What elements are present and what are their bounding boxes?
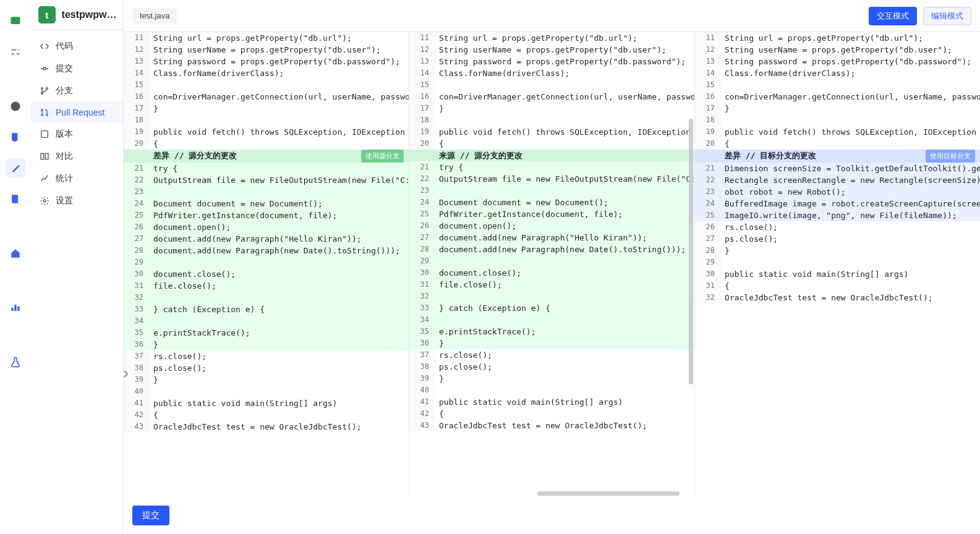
code-line: 15 (695, 79, 980, 91)
line-number: 33 (409, 302, 435, 314)
line-number: 43 (409, 420, 435, 431)
line-number: 28 (409, 244, 435, 255)
code-text (150, 79, 153, 91)
sidebar-toggle[interactable] (121, 365, 130, 383)
adjust-icon[interactable] (6, 42, 25, 62)
code-line: 33 } catch (Exception e) { (409, 302, 694, 314)
line-number: 41 (124, 397, 150, 409)
code-line: 32 (409, 290, 694, 302)
code-text: e.printStackTrace(); (150, 327, 250, 339)
chart-icon[interactable] (6, 298, 25, 318)
code-line: 27 document.add(new Paragraph("Hello Kir… (124, 233, 409, 245)
nav-pull-request[interactable]: Pull Request (31, 102, 123, 123)
code-text: file.close(); (435, 279, 502, 290)
code-line: 34 (124, 315, 409, 327)
svg-point-6 (41, 109, 43, 111)
code-text: String url = props.getProperty("db.url")… (150, 32, 352, 44)
flask-icon[interactable] (6, 352, 25, 372)
line-number: 15 (409, 79, 435, 91)
line-number: 24 (695, 198, 721, 210)
code-text (721, 256, 725, 268)
code-text: con=DriverManager.getConnection(url, use… (435, 91, 694, 103)
home-icon[interactable] (6, 244, 25, 263)
line-number: 15 (695, 79, 721, 91)
code-text: file.close(); (150, 280, 216, 292)
diff-pane-left[interactable]: 11String url = props.getProperty("db.url… (124, 32, 409, 497)
code-line: 26rs.close(); (695, 221, 980, 233)
code-line: 37rs.close(); (124, 350, 409, 362)
code-line: 41public static void main(String[] args) (409, 396, 694, 408)
code-line: 43OracleJdbcTest test = new OracleJdbcTe… (124, 421, 409, 433)
line-number: 35 (124, 327, 150, 339)
diff-separator: 差异 // 源分支的更改使用源分支 (124, 150, 409, 163)
code-text: } (435, 103, 444, 114)
nav-code[interactable]: 代码 (31, 35, 123, 57)
use-branch-badge[interactable]: 使用目标分支 (926, 150, 975, 163)
nav-version[interactable]: 版本 (31, 123, 123, 145)
line-number: 42 (409, 408, 435, 420)
github-icon[interactable] (6, 96, 25, 116)
code-line: 16con=DriverManager.getConnection(url, u… (409, 91, 694, 103)
line-number: 32 (409, 290, 435, 302)
code-line: 25 PdfWriter.getInstance(document, file)… (409, 208, 694, 220)
code-line: 30 document.close(); (409, 267, 694, 279)
chat-icon[interactable] (6, 11, 25, 31)
code-line: 15 (124, 79, 409, 91)
code-line: 23 (124, 186, 409, 198)
nav-branch[interactable]: 分支 (31, 80, 123, 102)
main-area: test.java 交互模式 编辑模式 11String url = props… (124, 0, 980, 534)
code-text: public void fetch() throws SQLException,… (721, 126, 976, 138)
use-branch-badge[interactable]: 使用源分支 (361, 150, 404, 163)
code-line: 20{ (409, 138, 694, 150)
code-line: 11String url = props.getProperty("db.url… (695, 32, 980, 44)
feather-icon[interactable] (6, 158, 25, 178)
sidebar: t testpwpw… 代码 提交 分支 Pull Request 版本 对比 … (31, 0, 124, 534)
code-text: Rectangle screenRectangle = new Rectangl… (721, 174, 980, 186)
diff-pane-right[interactable]: 11String url = props.getProperty("db.url… (695, 32, 980, 497)
line-number: 30 (695, 268, 721, 280)
code-text: String password = props.getProperty("db.… (435, 56, 686, 67)
line-number: 21 (124, 163, 150, 174)
nav-stats[interactable]: 统计 (31, 167, 123, 190)
repo-header[interactable]: t testpwpw… (31, 0, 123, 30)
code-line: 21Dimension screenSize = Toolkit.getDefa… (695, 163, 980, 174)
line-number: 35 (409, 326, 435, 337)
code-line: 22 OutputStream file = new FileOutputStr… (409, 173, 694, 185)
code-line: 17} (695, 103, 980, 114)
line-number: 37 (124, 350, 150, 362)
code-line: 40 (409, 384, 694, 396)
book-icon[interactable] (6, 189, 25, 209)
line-number: 28 (124, 245, 150, 256)
code-text: rs.close(); (435, 349, 492, 361)
submit-button[interactable]: 提交 (132, 506, 169, 525)
code-text: document.close(); (150, 268, 236, 280)
edit-mode-button[interactable]: 编辑模式 (923, 7, 971, 25)
code-text (435, 314, 439, 326)
nav-commit[interactable]: 提交 (31, 57, 123, 80)
nav-compare[interactable]: 对比 (31, 145, 123, 167)
code-line: 21try { (409, 161, 694, 173)
diff-separator-label: 差异 // 源分支的更改 (150, 150, 361, 163)
line-number: 27 (409, 232, 435, 244)
code-text (721, 114, 725, 126)
file-tab[interactable]: test.java (132, 8, 177, 23)
line-number: 34 (409, 314, 435, 326)
line-number: 31 (695, 280, 721, 292)
shield-icon[interactable] (6, 127, 25, 147)
interactive-mode-button[interactable]: 交互模式 (869, 7, 917, 25)
code-text: { (435, 138, 444, 150)
nav-pr-label: Pull Request (56, 108, 104, 117)
horizontal-scrollbar[interactable] (537, 491, 680, 496)
code-line: 39} (124, 374, 409, 386)
code-text: OracleJdbcTest test = new OracleJdbcTest… (435, 420, 647, 431)
line-number: 13 (124, 56, 150, 67)
diff-pane-middle[interactable]: 11String url = props.getProperty("db.url… (409, 32, 695, 497)
code-text: } catch (Exception e) { (150, 303, 265, 315)
line-number: 16 (124, 91, 150, 103)
code-text: } (721, 103, 730, 114)
vertical-scrollbar[interactable] (689, 119, 693, 384)
line-number: 17 (695, 103, 721, 114)
nav-settings[interactable]: 设置 (31, 190, 123, 212)
line-number: 37 (409, 349, 435, 361)
code-text: document.open(); (435, 220, 516, 232)
